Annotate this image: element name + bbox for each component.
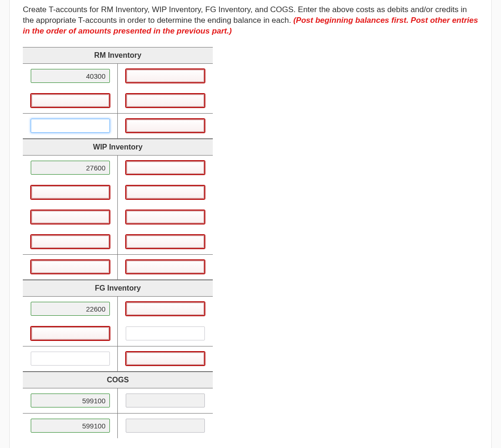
credit-cell [118, 88, 213, 113]
debit-input[interactable] [31, 260, 110, 274]
credit-cell [118, 230, 213, 254]
debit-cell [23, 414, 118, 438]
account-body [23, 297, 213, 346]
debit-cell [23, 64, 118, 88]
t-account-row [23, 180, 213, 205]
debit-cell [23, 346, 118, 371]
t-account-row [23, 388, 213, 413]
debit-input[interactable] [31, 69, 110, 83]
account-title: COGS [23, 372, 213, 388]
t-account-row [23, 64, 213, 88]
credit-cell [118, 346, 213, 371]
account-totals [23, 414, 213, 438]
instruction-text: Create T-accounts for RM Inventory, WIP … [23, 0, 478, 37]
debit-cell [23, 388, 118, 413]
t-account-row [23, 156, 213, 180]
debit-input[interactable] [31, 302, 110, 316]
debit-cell [23, 297, 118, 321]
credit-cell [118, 321, 213, 346]
t-accounts-container: RM InventoryWIP InventoryFG InventoryCOG… [23, 47, 213, 438]
t-account-row [23, 114, 213, 138]
credit-input[interactable] [126, 185, 205, 199]
credit-input[interactable] [126, 260, 205, 274]
credit-input[interactable] [126, 394, 205, 407]
credit-input[interactable] [126, 69, 205, 83]
debit-input[interactable] [31, 394, 110, 407]
debit-cell [23, 114, 118, 138]
account-title: FG Inventory [23, 280, 213, 297]
credit-cell [118, 156, 213, 180]
credit-cell [118, 180, 213, 205]
account-title: WIP Inventory [23, 139, 213, 156]
t-account-row [23, 321, 213, 346]
account-body [23, 64, 213, 114]
credit-input[interactable] [126, 235, 205, 249]
account-title: RM Inventory [23, 47, 213, 64]
credit-input[interactable] [126, 302, 205, 316]
debit-cell [23, 230, 118, 254]
credit-input[interactable] [126, 94, 205, 108]
credit-cell [118, 114, 213, 138]
t-account-row [23, 88, 213, 113]
debit-cell [23, 180, 118, 205]
debit-input[interactable] [31, 326, 110, 340]
account-totals [23, 114, 213, 139]
credit-input[interactable] [126, 326, 205, 340]
debit-input[interactable] [31, 419, 110, 433]
t-account-row [23, 346, 213, 371]
credit-input[interactable] [126, 161, 205, 175]
credit-input[interactable] [126, 119, 205, 133]
credit-input[interactable] [126, 352, 205, 366]
debit-input[interactable] [31, 210, 110, 224]
t-account-row [23, 230, 213, 254]
credit-cell [118, 297, 213, 321]
credit-cell [118, 64, 213, 88]
credit-input[interactable] [126, 210, 205, 224]
account-totals [23, 346, 213, 372]
t-account-row [23, 297, 213, 321]
debit-cell [23, 321, 118, 346]
debit-input[interactable] [31, 235, 110, 249]
t-account-row [23, 205, 213, 230]
debit-cell [23, 205, 118, 230]
debit-cell [23, 255, 118, 279]
debit-input[interactable] [31, 94, 110, 108]
t-account-row [23, 255, 213, 279]
debit-input[interactable] [31, 185, 110, 199]
credit-cell [118, 414, 213, 438]
debit-input[interactable] [31, 352, 110, 366]
debit-cell [23, 156, 118, 180]
credit-cell [118, 205, 213, 230]
debit-cell [23, 88, 118, 113]
credit-input[interactable] [126, 419, 205, 433]
credit-cell [118, 388, 213, 413]
account-body [23, 388, 213, 414]
account-totals [23, 255, 213, 280]
debit-input[interactable] [31, 119, 110, 133]
t-account-row [23, 414, 213, 438]
debit-input[interactable] [31, 161, 110, 175]
account-body [23, 156, 213, 255]
credit-cell [118, 255, 213, 279]
